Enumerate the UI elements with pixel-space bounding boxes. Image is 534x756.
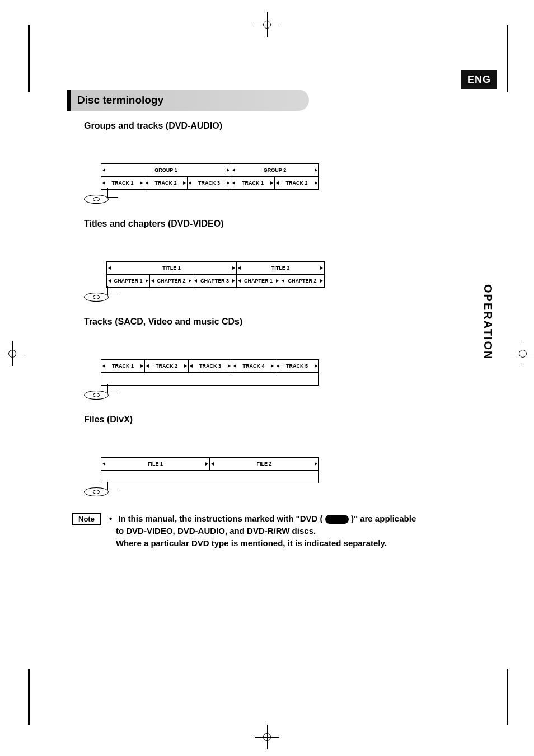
lead-line <box>107 188 118 198</box>
side-tab-label: OPERATION <box>481 284 494 360</box>
diagram-groups: GROUP 1 GROUP 2 TRACK 1 TRACK 2 TRACK 3 … <box>101 163 442 190</box>
note-line: In this manual, the instructions marked … <box>118 514 323 523</box>
track-label: TRACK 5 <box>284 363 310 369</box>
file-label: FILE 2 <box>254 461 274 467</box>
subsection-title: Groups and tracks (DVD-AUDIO) <box>84 121 442 131</box>
dvd-pill-icon <box>325 515 349 524</box>
crop-mark <box>507 669 508 725</box>
registration-mark-icon <box>0 341 25 366</box>
subsection-title: Files (DivX) <box>84 415 442 425</box>
diagram-files: FILE 1 FILE 2 <box>101 457 442 483</box>
track-label: TRACK 4 <box>240 363 266 369</box>
side-tab: OPERATION <box>478 278 497 367</box>
registration-mark-icon <box>255 12 279 37</box>
subsection-title: Titles and chapters (DVD-VIDEO) <box>84 219 442 229</box>
subsection-files: Files (DivX) FILE 1 FILE 2 <box>84 415 442 483</box>
track-label: TRACK 1 <box>240 180 266 186</box>
note-block: Note • In this manual, the instructions … <box>72 513 442 549</box>
title-section-label: TITLE 1 <box>160 265 183 271</box>
diagram-titles: TITLE 1 TITLE 2 CHAPTER 1 CHAPTER 2 CHAP… <box>106 261 442 288</box>
file-label: FILE 1 <box>146 461 165 467</box>
subsection-titles: Titles and chapters (DVD-VIDEO) TITLE 1 … <box>84 219 442 288</box>
crop-mark <box>28 669 30 725</box>
disc-icon <box>84 187 107 210</box>
track-label: TRACK 2 <box>152 180 179 186</box>
disc-icon <box>84 383 107 406</box>
chapter-label: CHAPTER 3 <box>198 278 231 284</box>
title-section-label: TITLE 2 <box>269 265 292 271</box>
registration-mark-icon <box>510 341 534 366</box>
chapter-label: CHAPTER 2 <box>285 278 318 284</box>
group-label: GROUP 2 <box>261 167 288 173</box>
page: ENG Disc terminology OPERATION Groups an… <box>0 0 534 756</box>
lead-line <box>107 384 118 393</box>
note-text: • In this manual, the instructions marke… <box>109 513 416 549</box>
chapter-label: CHAPTER 1 <box>242 278 275 284</box>
track-label: TRACK 2 <box>283 180 310 186</box>
track-label: TRACK 3 <box>196 180 222 186</box>
note-line: )" are applicable <box>351 514 416 523</box>
track-label: TRACK 3 <box>197 363 223 369</box>
chapter-label: CHAPTER 1 <box>111 278 144 284</box>
chapter-label: CHAPTER 2 <box>154 278 188 284</box>
diagram-tracks: TRACK 1 TRACK 2 TRACK 3 TRACK 4 TRACK 5 <box>101 359 442 386</box>
track-label: TRACK 2 <box>153 363 180 369</box>
note-line: Where a particular DVD type is mentioned… <box>109 537 387 550</box>
crop-mark <box>28 25 30 92</box>
language-tag: ENG <box>461 70 497 89</box>
disc-icon <box>84 480 107 503</box>
subsection-groups: Groups and tracks (DVD-AUDIO) GROUP 1 GR… <box>84 121 442 190</box>
note-line: to DVD-VIDEO, DVD-AUDIO, and DVD-R/RW di… <box>109 525 316 537</box>
crop-mark <box>507 25 508 92</box>
track-label: TRACK 1 <box>109 180 135 186</box>
section-heading: Disc terminology <box>67 90 309 111</box>
subsection-title: Tracks (SACD, Video and music CDs) <box>84 317 442 327</box>
disc-icon <box>84 285 107 308</box>
track-label: TRACK 1 <box>110 363 136 369</box>
lead-line <box>107 286 118 295</box>
group-label: GROUP 1 <box>152 167 179 173</box>
registration-mark-icon <box>255 725 279 749</box>
note-badge: Note <box>72 513 101 525</box>
lead-line <box>107 482 118 490</box>
subsection-tracks: Tracks (SACD, Video and music CDs) TRACK… <box>84 317 442 386</box>
content: Groups and tracks (DVD-AUDIO) GROUP 1 GR… <box>84 121 442 549</box>
